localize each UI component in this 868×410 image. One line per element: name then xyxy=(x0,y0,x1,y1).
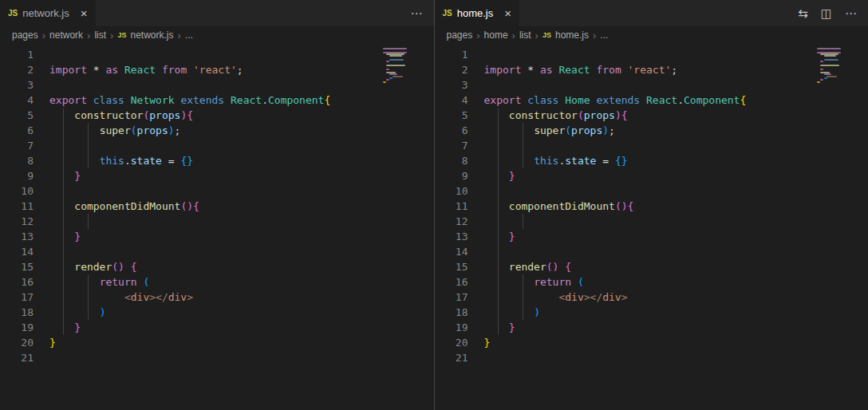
js-file-icon: JS xyxy=(117,31,126,39)
code-line[interactable]: 6 super(props); xyxy=(0,123,434,138)
line-number: 2 xyxy=(435,62,468,77)
code-line[interactable]: 19 } xyxy=(0,320,434,335)
code-text: } xyxy=(34,320,81,335)
code-line[interactable]: 3 xyxy=(435,77,868,93)
code-line[interactable]: 14 xyxy=(435,244,868,259)
code-text xyxy=(468,77,484,93)
code-line[interactable]: 15 render() { xyxy=(435,259,868,274)
editor-actions-right: ⇆◫⋯ xyxy=(787,0,868,26)
code-line[interactable]: 8 this.state = {} xyxy=(0,153,434,168)
breadcrumb-item[interactable]: home xyxy=(484,30,508,41)
close-tab-icon[interactable]: × xyxy=(81,7,88,19)
code-line[interactable]: 13 } xyxy=(0,229,434,244)
code-line[interactable]: 17 <div></div> xyxy=(435,290,868,305)
code-line[interactable]: 2import * as React from 'react'; xyxy=(435,62,868,77)
line-number: 15 xyxy=(435,259,468,274)
code-text: } xyxy=(34,168,81,183)
code-line[interactable]: 21 xyxy=(435,350,868,365)
code-line[interactable]: 12 xyxy=(435,214,868,229)
code-line[interactable]: 13 } xyxy=(435,229,868,244)
line-number: 6 xyxy=(435,123,468,138)
breadcrumb-separator-icon: › xyxy=(476,30,479,41)
code-editor-right[interactable]: 12import * as React from 'react';34expor… xyxy=(435,44,868,410)
breadcrumb-item[interactable]: list xyxy=(519,30,531,41)
code-line[interactable]: 8 this.state = {} xyxy=(435,153,868,168)
code-text: constructor(props){ xyxy=(34,108,193,123)
breadcrumb-item[interactable]: pages xyxy=(12,30,38,41)
line-number: 19 xyxy=(0,320,34,335)
code-text: componentDidMount(){ xyxy=(468,199,634,214)
code-text: render() { xyxy=(468,259,572,274)
code-text xyxy=(34,244,49,259)
code-text: } xyxy=(468,168,515,183)
minimap[interactable] xyxy=(383,46,412,86)
code-line[interactable]: 1 xyxy=(435,47,868,62)
line-number: 4 xyxy=(435,93,468,108)
code-line[interactable]: 10 xyxy=(0,183,434,199)
breadcrumb-item[interactable]: list xyxy=(94,30,106,41)
tab-label: home.js xyxy=(457,7,494,19)
code-text: <div></div> xyxy=(34,290,193,305)
breadcrumb-item[interactable]: network xyxy=(49,30,83,41)
line-number: 14 xyxy=(0,244,34,259)
line-number: 13 xyxy=(435,229,468,244)
tab-network-js[interactable]: JS network.js × xyxy=(0,0,97,26)
line-number: 5 xyxy=(435,108,468,123)
code-line[interactable]: 3 xyxy=(0,77,434,93)
code-text xyxy=(34,47,49,62)
code-line[interactable]: 18 ) xyxy=(435,305,868,320)
breadcrumb-separator-icon: › xyxy=(535,30,539,41)
code-line[interactable]: 18 ) xyxy=(0,305,434,320)
code-area: 12import * as React from 'react';34expor… xyxy=(0,47,434,365)
line-number: 18 xyxy=(435,305,468,320)
code-line[interactable]: 7 xyxy=(435,138,868,153)
code-line[interactable]: 19 } xyxy=(435,320,868,335)
code-line[interactable]: 21 xyxy=(0,350,434,365)
line-number: 7 xyxy=(435,138,468,153)
code-line[interactable]: 5 constructor(props){ xyxy=(435,108,868,123)
code-line[interactable]: 16 return ( xyxy=(0,274,434,290)
code-line[interactable]: 16 return ( xyxy=(435,274,868,290)
code-line[interactable]: 10 xyxy=(435,183,868,199)
code-line[interactable]: 9 } xyxy=(0,168,434,183)
code-line[interactable]: 4export class Home extends React.Compone… xyxy=(435,93,868,108)
code-editor-left[interactable]: 12import * as React from 'react';34expor… xyxy=(0,44,434,410)
code-line[interactable]: 12 xyxy=(0,214,434,229)
code-text: import * as React from 'react'; xyxy=(468,62,678,77)
indent-guide xyxy=(88,274,89,320)
code-text: import * as React from 'react'; xyxy=(34,62,243,77)
breadcrumb-item[interactable]: pages xyxy=(447,30,473,41)
breadcrumb-item[interactable]: home.js xyxy=(555,30,589,41)
line-number: 9 xyxy=(435,168,468,183)
code-line[interactable]: 1 xyxy=(0,47,434,62)
code-line[interactable]: 9 } xyxy=(435,168,868,183)
line-number: 1 xyxy=(0,47,34,62)
code-line[interactable]: 4export class Network extends React.Comp… xyxy=(0,93,434,108)
compare-changes-icon[interactable]: ⇆ xyxy=(798,7,808,19)
split-editor-icon[interactable]: ◫ xyxy=(821,7,832,19)
editor-group-right: JS home.js × ⇆◫⋯ pages›home›list›JShome.… xyxy=(434,0,868,410)
close-tab-icon[interactable]: × xyxy=(504,7,511,19)
breadcrumb-item[interactable]: ... xyxy=(600,30,608,41)
code-line[interactable]: 7 xyxy=(0,138,434,153)
code-line[interactable]: 15 render() { xyxy=(0,259,434,274)
minimap[interactable] xyxy=(817,46,846,86)
breadcrumb-separator-icon: › xyxy=(593,30,596,41)
line-number: 21 xyxy=(435,350,468,365)
tab-home-js[interactable]: JS home.js × xyxy=(435,0,521,26)
code-line[interactable]: 20} xyxy=(0,335,434,350)
code-line[interactable]: 20} xyxy=(435,335,868,350)
more-actions-icon[interactable]: ⋯ xyxy=(845,7,857,19)
more-actions-icon[interactable]: ⋯ xyxy=(411,7,423,19)
code-line[interactable]: 14 xyxy=(0,244,434,259)
breadcrumb-item[interactable]: ... xyxy=(185,30,193,41)
code-line[interactable]: 5 constructor(props){ xyxy=(0,108,434,123)
code-line[interactable]: 2import * as React from 'react'; xyxy=(0,62,434,77)
breadcrumb-item[interactable]: network.js xyxy=(130,30,173,41)
code-line[interactable]: 11 componentDidMount(){ xyxy=(0,199,434,214)
code-line[interactable]: 11 componentDidMount(){ xyxy=(435,199,868,214)
code-line[interactable]: 6 super(props); xyxy=(435,123,868,138)
code-line[interactable]: 17 <div></div> xyxy=(0,290,434,305)
line-number: 8 xyxy=(435,153,468,168)
line-number: 13 xyxy=(0,229,34,244)
